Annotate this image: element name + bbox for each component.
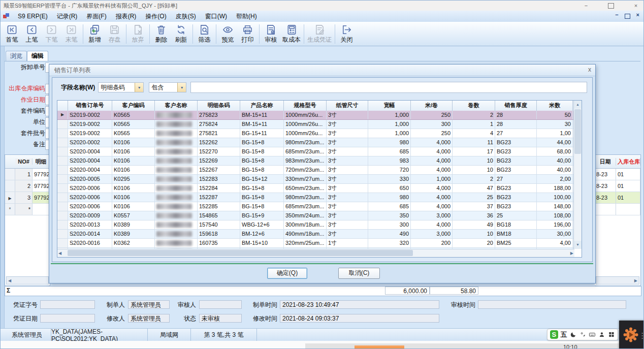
toolbox-icon[interactable]: [608, 331, 615, 338]
minimize-icon[interactable]: −: [581, 3, 592, 9]
detail-row-right[interactable]: 8-23 01: [595, 192, 640, 204]
toolbar-button[interactable]: 下笔: [42, 23, 61, 45]
detail-row-right[interactable]: 8-23 01: [595, 169, 640, 180]
table-row[interactable]: ▶ S2020-0004 K0106 152270 BG-15+8 685mm/…: [57, 147, 574, 156]
moon-icon[interactable]: [570, 331, 577, 338]
toolbar-button[interactable]: 生成凭证: [306, 23, 333, 45]
column-header-warehouse[interactable]: 入库仓库: [616, 158, 640, 166]
detail-row-right[interactable]: [595, 204, 640, 215]
filter-operator-select[interactable]: 包含▼: [149, 82, 186, 92]
dialog-title-bar[interactable]: 销售订单列表 x: [49, 65, 595, 76]
column-header[interactable]: 明细条码: [198, 101, 240, 111]
close-icon[interactable]: ×: [630, 3, 641, 9]
column-header-no[interactable]: NO#: [15, 158, 33, 165]
toolbar-button[interactable]: 预览: [218, 23, 238, 45]
field-input[interactable]: [45, 129, 49, 139]
detail-row[interactable]: ▶* 1 97792: [5, 169, 50, 180]
filter-search-input[interactable]: [190, 82, 587, 93]
mdi-close-icon[interactable]: ×: [636, 12, 639, 19]
ime-toolbar[interactable]: S 五: [547, 329, 618, 340]
field-input[interactable]: [45, 62, 49, 73]
detail-row[interactable]: ▶* 3 97792: [5, 192, 50, 204]
table-row[interactable]: ▶ S2020-0004 K0106 152267 BG-15+8 720mm/…: [57, 166, 574, 175]
detail-grid-hscrollbar-right[interactable]: ▶: [596, 276, 639, 284]
table-row[interactable]: ▶ S2020-0004 K0106 152269 BG-15+8 983mm/…: [57, 156, 574, 166]
column-header[interactable]: 客户名称: [155, 101, 198, 111]
ok-button[interactable]: 确定(Q): [267, 268, 307, 279]
toolbar-button[interactable]: 筛选: [195, 23, 214, 45]
column-header[interactable]: 纸管尺寸: [327, 101, 368, 111]
field-input[interactable]: [45, 140, 49, 150]
menu-item[interactable]: 操作(O): [141, 11, 171, 22]
menu-item[interactable]: 窗口(W): [201, 11, 232, 22]
table-row[interactable]: ▶ S2020-0013 K0389 157540 WBG-12+6 300mm…: [57, 220, 574, 230]
person-icon[interactable]: [598, 331, 605, 338]
menu-item[interactable]: 帮助(H): [232, 11, 262, 22]
audit-time-field[interactable]: [478, 300, 626, 309]
status-field[interactable]: 未审核: [199, 314, 242, 323]
mdi-restore-icon[interactable]: [625, 14, 630, 19]
auditor-field[interactable]: [199, 300, 242, 309]
field-input[interactable]: [45, 84, 49, 94]
table-row[interactable]: ▶ S2020-0006 K0106 152287 BG-15+8 980mm/…: [57, 193, 574, 202]
sun-gear-play-icon[interactable]: [623, 327, 639, 343]
menu-item[interactable]: 界面(F): [82, 11, 111, 22]
detail-grid-hscrollbar[interactable]: ◀: [6, 276, 49, 284]
column-header[interactable]: 卷数: [453, 101, 495, 111]
grid-hscrollbar[interactable]: ◀ ▶: [57, 249, 574, 257]
dialog-close-icon[interactable]: x: [583, 66, 591, 73]
field-input[interactable]: [45, 117, 49, 128]
overlay-app-box[interactable]: •••: [619, 321, 644, 349]
toolbar-button[interactable]: 审核: [261, 23, 281, 45]
table-row[interactable]: ▶ S2019-0002 K0565 275824 BM-15+11 1000m…: [57, 120, 574, 129]
table-row[interactable]: ▶ S2020-0006 K0106 152284 BG-15+8 650mm/…: [57, 184, 574, 193]
menu-item[interactable]: 报表(R): [111, 11, 141, 22]
tab-browse[interactable]: 浏览: [6, 51, 27, 61]
field-input[interactable]: [45, 95, 49, 105]
punctuation-icon[interactable]: [579, 331, 587, 338]
table-row[interactable]: ▶ S2020-0016 K0362 160735 BM-15+10 320mm…: [57, 239, 574, 248]
keyboard-icon[interactable]: [589, 331, 596, 338]
toolbar-button[interactable]: 放弃: [128, 23, 148, 45]
voucher-date-field[interactable]: [40, 314, 95, 323]
toolbar-button[interactable]: 首笔: [2, 23, 22, 45]
mdi-minimize-icon[interactable]: −: [615, 12, 618, 19]
input-mode-label[interactable]: 五: [561, 330, 567, 339]
grid-vscrollbar[interactable]: ▲ ▼: [573, 101, 582, 249]
column-header[interactable]: 产品名称: [240, 101, 284, 111]
column-header-detail[interactable]: 明细: [33, 158, 50, 166]
cancel-button[interactable]: 取消(C): [338, 268, 380, 279]
toolbar-button[interactable]: 刷新: [171, 23, 191, 45]
toolbar-button[interactable]: 上笔: [22, 23, 42, 45]
table-row[interactable]: ▶ S2020-0002 K0106 152262 BG-15+8 980mm/…: [57, 138, 574, 147]
column-header-date[interactable]: 日期: [595, 158, 616, 166]
restore-icon[interactable]: [608, 3, 614, 9]
column-header[interactable]: 宽幅: [368, 101, 411, 111]
toolbar-button[interactable]: 存盘: [105, 23, 124, 45]
field-input[interactable]: [45, 106, 49, 116]
table-row[interactable]: ▶ S2020-0005 K0295 152283 BG-15+12 330mm…: [57, 175, 574, 184]
voucher-no-field[interactable]: [40, 300, 95, 309]
column-header[interactable]: 销售厚度: [495, 101, 537, 111]
detail-row[interactable]: ▶* *: [5, 204, 50, 215]
table-row[interactable]: ▶ S2019-0002 K0565 275823 BM-15+11 1000m…: [57, 111, 574, 120]
toolbar-button[interactable]: 打印: [238, 23, 257, 45]
table-row[interactable]: ▶ S2020-0009 K0557 154865 BG-15+9 350mm/…: [57, 211, 574, 220]
make-time-field[interactable]: 2021-08-23 10:49:47: [280, 300, 439, 309]
toolbar-button[interactable]: 关闭: [337, 23, 357, 45]
toolbar-button[interactable]: 末笔: [61, 23, 81, 45]
column-header[interactable]: 规格型号: [284, 101, 327, 111]
tab-edit[interactable]: 编辑: [27, 51, 48, 61]
sogou-logo-icon[interactable]: S: [550, 330, 558, 339]
column-header[interactable]: 米数: [537, 101, 573, 111]
table-row[interactable]: ▶ S2020-0006 K0106 152285 BG-15+8 685mm/…: [57, 202, 574, 211]
toolbar-button[interactable]: 取成本: [281, 23, 302, 45]
modify-time-field[interactable]: 2021-08-24 09:03:37: [280, 314, 439, 323]
toolbar-button[interactable]: 删除: [151, 23, 171, 45]
column-header[interactable]: 客户编码: [112, 101, 155, 111]
maker-field[interactable]: 系统管理员: [128, 300, 170, 309]
column-header[interactable]: 米/卷: [411, 101, 453, 111]
column-header[interactable]: 销售订单号: [68, 101, 112, 111]
menu-item[interactable]: S9 ERP(E): [13, 11, 52, 22]
menu-item[interactable]: 皮肤(S): [171, 11, 201, 22]
